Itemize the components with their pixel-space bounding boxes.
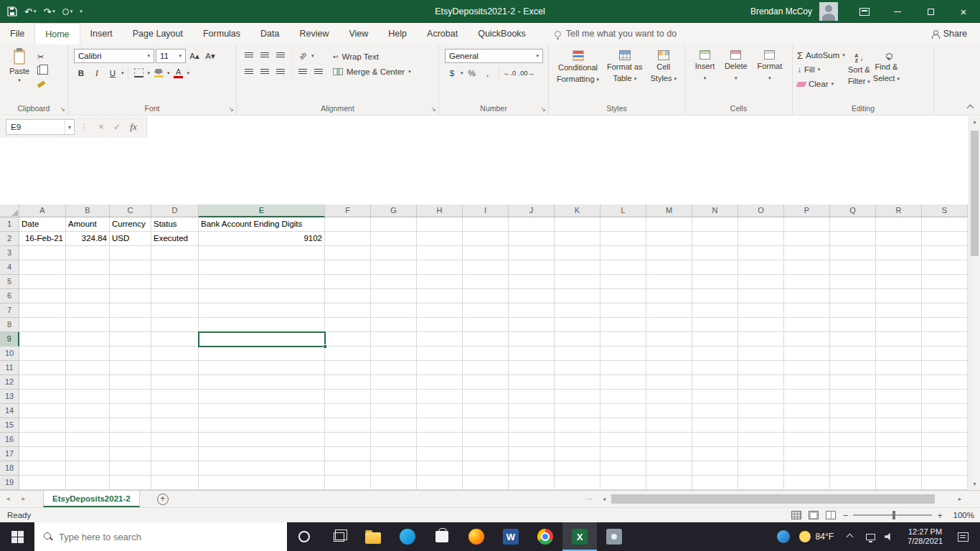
- cell-L10[interactable]: [600, 347, 646, 361]
- cell-P11[interactable]: [784, 361, 830, 375]
- tab-quickbooks[interactable]: QuickBooks: [468, 23, 536, 44]
- cell-G14[interactable]: [371, 404, 417, 418]
- cell-Q8[interactable]: [830, 318, 876, 332]
- cell-H16[interactable]: [417, 433, 463, 447]
- cell-E3[interactable]: [199, 246, 325, 260]
- cell-S15[interactable]: [922, 418, 968, 433]
- cell-E7[interactable]: [199, 303, 325, 318]
- tab-insert[interactable]: Insert: [80, 23, 123, 44]
- cell-L19[interactable]: [600, 476, 646, 490]
- close-button[interactable]: ×: [947, 0, 980, 23]
- cell-L6[interactable]: [600, 289, 646, 303]
- column-header-K[interactable]: K: [555, 204, 600, 217]
- cell-Q17[interactable]: [830, 447, 876, 461]
- orientation-dropdown[interactable]: ▾: [311, 53, 314, 59]
- redo-button[interactable]: ↷▾: [43, 6, 55, 17]
- cell-N2[interactable]: [692, 232, 738, 246]
- name-box[interactable]: E9 ▾: [6, 119, 75, 135]
- cell-Q3[interactable]: [830, 246, 876, 260]
- row-header-18[interactable]: 18: [0, 461, 19, 476]
- cell-B11[interactable]: [66, 361, 110, 375]
- cell-O8[interactable]: [738, 318, 784, 332]
- borders-button[interactable]: [132, 66, 146, 80]
- user-avatar[interactable]: [819, 2, 838, 21]
- cell-R6[interactable]: [876, 289, 922, 303]
- cell-K1[interactable]: [555, 217, 600, 232]
- row-header-7[interactable]: 7: [0, 303, 19, 318]
- cell-I13[interactable]: [463, 390, 509, 404]
- cell-N7[interactable]: [692, 303, 738, 318]
- cell-D18[interactable]: [151, 461, 199, 476]
- cell-I16[interactable]: [463, 433, 509, 447]
- cell-C11[interactable]: [110, 361, 151, 375]
- cell-J1[interactable]: [509, 217, 555, 232]
- cell-Q16[interactable]: [830, 433, 876, 447]
- cell-S5[interactable]: [922, 275, 968, 289]
- cell-L13[interactable]: [600, 390, 646, 404]
- cell-S1[interactable]: [922, 217, 968, 232]
- cell-R2[interactable]: [876, 232, 922, 246]
- delete-cells-button[interactable]: Delete ▾: [725, 45, 748, 83]
- cell-H15[interactable]: [417, 418, 463, 433]
- cell-M17[interactable]: [646, 447, 692, 461]
- cell-F7[interactable]: [325, 303, 371, 318]
- cell-M16[interactable]: [646, 433, 692, 447]
- find-select-dropdown[interactable]: ▾: [897, 74, 900, 83]
- fill-handle[interactable]: [323, 344, 327, 349]
- cell-C9[interactable]: [110, 332, 151, 347]
- cell-A12[interactable]: [19, 375, 66, 390]
- cell-B7[interactable]: [66, 303, 110, 318]
- fill-color-button[interactable]: [151, 66, 166, 80]
- tab-formulas[interactable]: Formulas: [193, 23, 250, 44]
- taskbar-app-firefox[interactable]: [459, 522, 494, 551]
- cell-H7[interactable]: [417, 303, 463, 318]
- new-sheet-button[interactable]: +: [157, 494, 169, 505]
- column-header-P[interactable]: P: [784, 204, 830, 217]
- row-header-11[interactable]: 11: [0, 361, 19, 375]
- row-header-9[interactable]: 9: [0, 332, 19, 347]
- cell-I19[interactable]: [463, 476, 509, 490]
- column-header-H[interactable]: H: [417, 204, 463, 217]
- cell-N5[interactable]: [692, 275, 738, 289]
- cell-C3[interactable]: [110, 246, 151, 260]
- formula-input[interactable]: [146, 116, 969, 138]
- cell-G9[interactable]: [371, 332, 417, 347]
- cell-H9[interactable]: [417, 332, 463, 347]
- cell-S12[interactable]: [922, 375, 968, 390]
- align-left-button[interactable]: [242, 65, 256, 79]
- cell-R4[interactable]: [876, 260, 922, 275]
- column-header-J[interactable]: J: [509, 204, 555, 217]
- cell-K16[interactable]: [555, 433, 600, 447]
- cell-R1[interactable]: [876, 217, 922, 232]
- cell-E11[interactable]: [199, 361, 325, 375]
- cell-S13[interactable]: [922, 390, 968, 404]
- cell-P12[interactable]: [784, 375, 830, 390]
- cell-P5[interactable]: [784, 275, 830, 289]
- cell-G15[interactable]: [371, 418, 417, 433]
- cell-I8[interactable]: [463, 318, 509, 332]
- cell-R3[interactable]: [876, 246, 922, 260]
- touch-mode-dropdown[interactable]: ▾: [70, 9, 73, 14]
- minimize-button[interactable]: [881, 0, 914, 23]
- action-center-icon[interactable]: [958, 532, 969, 542]
- cell-I7[interactable]: [463, 303, 509, 318]
- merge-center-button[interactable]: Merge & Center ▾: [333, 64, 411, 79]
- cell-E14[interactable]: [199, 404, 325, 418]
- accounting-format-dropdown[interactable]: ▾: [461, 70, 463, 76]
- comma-style-button[interactable]: ,: [481, 66, 495, 80]
- cell-K12[interactable]: [555, 375, 600, 390]
- cell-L17[interactable]: [600, 447, 646, 461]
- cell-D12[interactable]: [151, 375, 199, 390]
- cell-J11[interactable]: [509, 361, 555, 375]
- cell-P10[interactable]: [784, 347, 830, 361]
- cell-B16[interactable]: [66, 433, 110, 447]
- cell-H13[interactable]: [417, 390, 463, 404]
- bottom-align-button[interactable]: [273, 49, 288, 62]
- zoom-slider-thumb[interactable]: [892, 511, 895, 519]
- cell-E19[interactable]: [199, 476, 325, 490]
- cell-D6[interactable]: [151, 289, 199, 303]
- cell-F13[interactable]: [325, 390, 371, 404]
- cell-I12[interactable]: [463, 375, 509, 390]
- cell-M6[interactable]: [646, 289, 692, 303]
- cell-F2[interactable]: [325, 232, 371, 246]
